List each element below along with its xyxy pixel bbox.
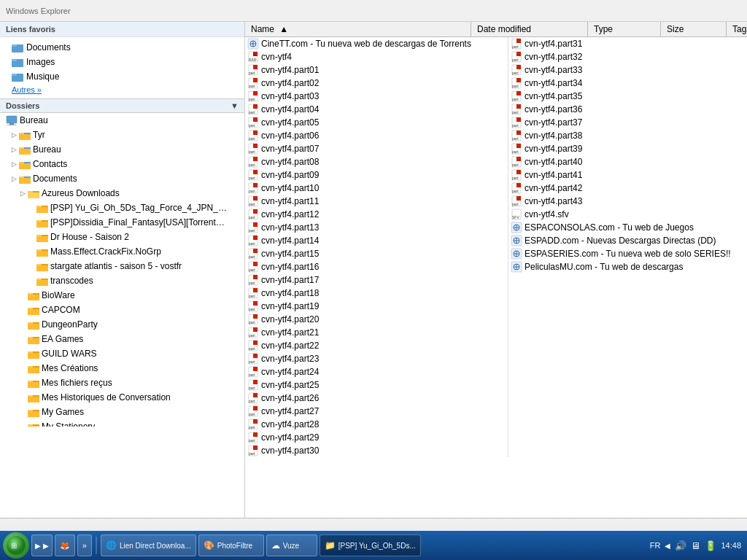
file-row[interactable]: part cvn-ytf4.part26 bbox=[245, 392, 508, 405]
start-button[interactable]: ⊞ bbox=[3, 532, 29, 559]
file-row[interactable]: part cvn-ytf4.part34 bbox=[508, 77, 747, 90]
taskbar-btn-lien-direct[interactable]: 🌐 Lien Direct Downloa... bbox=[101, 534, 196, 556]
file-row[interactable]: part cvn-ytf4.part32 bbox=[508, 50, 747, 63]
file-row[interactable]: part cvn-ytf4.part04 bbox=[245, 103, 508, 116]
file-row[interactable]: ESPADD.com - Nuevas Descargas Directas (… bbox=[508, 234, 747, 247]
file-row[interactable]: part cvn-ytf4.part10 bbox=[245, 182, 508, 195]
file-row[interactable]: part cvn-ytf4.part07 bbox=[245, 142, 508, 155]
file-row[interactable]: part cvn-ytf4.part36 bbox=[508, 103, 747, 116]
file-row[interactable]: part cvn-ytf4.part19 bbox=[245, 300, 508, 313]
sidebar-item-documents[interactable]: Documents bbox=[0, 40, 244, 55]
taskbar-btn-vuze[interactable]: ☁ Vuze bbox=[266, 534, 317, 556]
taskbar-btn-more[interactable]: » bbox=[77, 534, 92, 556]
taskbar-btn-firefox[interactable]: 🦊 bbox=[55, 534, 75, 556]
col-tags-header[interactable]: Tags bbox=[727, 22, 747, 36]
file-row[interactable]: part cvn-ytf4.part33 bbox=[508, 63, 747, 77]
col-date-header[interactable]: Date modified bbox=[471, 22, 588, 36]
file-row[interactable]: part cvn-ytf4.part21 bbox=[245, 326, 508, 339]
start-orb-icon: ⊞ bbox=[6, 535, 26, 556]
tree-item-my-games[interactable]: My Games bbox=[0, 405, 244, 419]
taskbar-btn-psp[interactable]: 📁 [PSP] Yu_Gi_Oh_5Ds... bbox=[320, 534, 421, 556]
tree-item-[psp]-yu_gi_oh_5ds_t[interactable]: [PSP] Yu_Gi_Oh_5Ds_Tag_Force_4_JPN_PSP-[… bbox=[0, 201, 244, 215]
file-row[interactable]: part cvn-ytf4.part31 bbox=[508, 37, 747, 50]
tree-item-capcom[interactable]: CAPCOM bbox=[0, 303, 244, 317]
file-row[interactable]: part cvn-ytf4.part38 bbox=[508, 129, 747, 142]
file-row[interactable]: part cvn-ytf4.part30 bbox=[245, 444, 508, 457]
tree-item-dungeonparty[interactable]: DungeonParty bbox=[0, 317, 244, 332]
file-row[interactable]: part cvn-ytf4.part35 bbox=[508, 90, 747, 103]
file-row[interactable]: part cvn-ytf4.part11 bbox=[245, 195, 508, 208]
file-row[interactable]: part cvn-ytf4.part28 bbox=[245, 418, 508, 431]
file-row[interactable]: part cvn-ytf4.part12 bbox=[245, 208, 508, 221]
file-row[interactable]: part cvn-ytf4.part15 bbox=[245, 247, 508, 260]
file-row[interactable]: ESPACONSOLAS.com - Tu web de Juegos bbox=[508, 221, 747, 234]
tree-item-mes-créations[interactable]: Mes Créations bbox=[0, 361, 244, 376]
svg-text:part: part bbox=[512, 84, 519, 88]
file-row[interactable]: part cvn-ytf4.part24 bbox=[245, 365, 508, 378]
tree-scroll[interactable]: Bureau ▷ Tyr ▷ Bureau ▷ Contacts ▷ bbox=[0, 113, 244, 427]
file-row[interactable]: part cvn-ytf4.part14 bbox=[245, 234, 508, 247]
folders-section-header[interactable]: Dossiers ▼ bbox=[0, 98, 244, 113]
file-row[interactable]: RAR cvn-ytf4 bbox=[245, 50, 508, 63]
file-row[interactable]: part cvn-ytf4.part16 bbox=[245, 260, 508, 273]
sidebar-item-images[interactable]: Images bbox=[0, 55, 244, 69]
file-row[interactable]: part cvn-ytf4.part09 bbox=[245, 168, 508, 182]
file-row[interactable]: part cvn-ytf4.part05 bbox=[245, 116, 508, 129]
file-row[interactable]: part cvn-ytf4.part25 bbox=[245, 378, 508, 392]
folder-icon bbox=[28, 377, 39, 389]
tree-item-bureau-root[interactable]: Bureau bbox=[0, 113, 244, 128]
file-row[interactable]: part cvn-ytf4.part03 bbox=[245, 90, 508, 103]
tree-item-bureau[interactable]: ▷ Bureau bbox=[0, 142, 244, 157]
tree-item-mes-historiques-de-c[interactable]: Mes Historiques de Conversation bbox=[0, 390, 244, 405]
file-row[interactable]: part cvn-ytf4.part29 bbox=[245, 431, 508, 444]
file-row[interactable]: part cvn-ytf4.part22 bbox=[245, 339, 508, 352]
file-list[interactable]: Name ▲ Date modified Type Size Tags bbox=[245, 22, 747, 518]
file-row[interactable]: part cvn-ytf4.part06 bbox=[245, 129, 508, 142]
file-row[interactable]: part cvn-ytf4.part39 bbox=[508, 142, 747, 155]
file-row[interactable]: part cvn-ytf4.part23 bbox=[245, 352, 508, 365]
file-row[interactable]: part cvn-ytf4.part42 bbox=[508, 182, 747, 195]
tree-item-ea-games[interactable]: EA Games bbox=[0, 332, 244, 346]
tray-icon-arrow-left[interactable]: ◀ bbox=[665, 542, 670, 550]
tree-item-tyr[interactable]: ▷ Tyr bbox=[0, 128, 244, 142]
tree-item-contacts[interactable]: ▷ Contacts bbox=[0, 157, 244, 171]
file-row[interactable]: part cvn-ytf4.part17 bbox=[245, 273, 508, 287]
file-row[interactable]: part cvn-ytf4.part40 bbox=[508, 155, 747, 168]
tree-item-my-stationery[interactable]: My Stationery bbox=[0, 419, 244, 427]
col-type-header[interactable]: Type bbox=[588, 22, 661, 36]
file-row[interactable]: part cvn-ytf4.part01 bbox=[245, 63, 508, 77]
file-row[interactable]: part cvn-ytf4.part37 bbox=[508, 116, 747, 129]
svg-text:part: part bbox=[249, 97, 255, 101]
taskbar-btn-media[interactable]: ▶ ▶ bbox=[31, 534, 53, 556]
tree-item-stargate-atlantis---[interactable]: stargate atlantis - saison 5 - vostfr bbox=[0, 259, 244, 273]
col-size-header[interactable]: Size bbox=[661, 22, 727, 36]
sidebar-item-autres[interactable]: Autres » bbox=[0, 84, 244, 96]
file-row[interactable]: part cvn-ytf4.part27 bbox=[245, 405, 508, 418]
file-row[interactable]: part cvn-ytf4.part43 bbox=[508, 195, 747, 208]
tree-item-transcodes[interactable]: transcodes bbox=[0, 273, 244, 288]
col-name-header[interactable]: Name ▲ bbox=[245, 22, 471, 36]
tree-item-[psp]dissidia_final_[interactable]: [PSP]Dissidia_Final_Fantasy[USA][Torrent… bbox=[0, 215, 244, 230]
file-row[interactable]: part cvn-ytf4.part02 bbox=[245, 77, 508, 90]
taskbar-btn-photofiltre[interactable]: 🎨 PhotoFiltre bbox=[198, 534, 264, 556]
file-row[interactable]: part cvn-ytf4.part13 bbox=[245, 221, 508, 234]
tree-item-dr-house---saison-2[interactable]: Dr House - Saison 2 bbox=[0, 230, 244, 244]
svg-text:part: part bbox=[249, 228, 255, 233]
file-row[interactable]: part cvn-ytf4.part08 bbox=[245, 155, 508, 168]
file-row[interactable]: CineTT.com - Tu nueva web de descargas d… bbox=[245, 37, 508, 50]
file-row[interactable]: part cvn-ytf4.part20 bbox=[245, 313, 508, 326]
tree-item-guild-wars[interactable]: GUILD WARS bbox=[0, 346, 244, 361]
file-row[interactable]: PeliculasMU.com - Tu web de descargas bbox=[508, 260, 747, 273]
file-row[interactable]: SFV cvn-ytf4.sfv bbox=[508, 208, 747, 221]
file-row[interactable]: part cvn-ytf4.part41 bbox=[508, 168, 747, 182]
tree-item-azureus-downloads[interactable]: ▷ Azureus Downloads bbox=[0, 186, 244, 201]
part-file-icon: part bbox=[247, 222, 259, 233]
content-area: Liens favoris Documents Images Musique A… bbox=[0, 22, 747, 518]
file-row[interactable]: part cvn-ytf4.part18 bbox=[245, 287, 508, 300]
sidebar-item-music[interactable]: Musique bbox=[0, 69, 244, 84]
tree-item-bioware[interactable]: BioWare bbox=[0, 288, 244, 303]
tree-item-documents[interactable]: ▷ Documents bbox=[0, 171, 244, 186]
tree-item-mes-fichiers-reçus[interactable]: Mes fichiers reçus bbox=[0, 376, 244, 390]
tree-item-mass.effect.crackfix[interactable]: Mass.Effect.CrackFix.NoGrp bbox=[0, 244, 244, 259]
file-row[interactable]: ESPASERIES.com - Tu nueva web de solo SE… bbox=[508, 247, 747, 260]
